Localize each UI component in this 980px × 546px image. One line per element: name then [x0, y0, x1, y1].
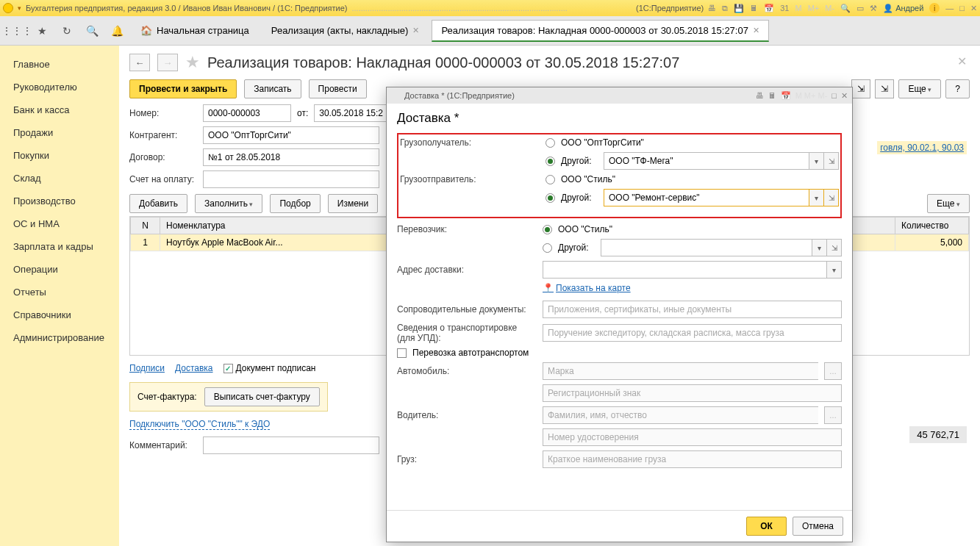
favorite-icon[interactable]: ★ — [185, 53, 200, 72]
sidebar-item-manager[interactable]: Руководителю — [0, 76, 119, 98]
auto-label: Автомобиль: — [397, 366, 537, 376]
info-icon[interactable]: i — [929, 3, 940, 13]
sidebar-item-assets[interactable]: ОС и НМА — [0, 212, 119, 235]
bell-icon[interactable]: 🔔 — [110, 24, 124, 37]
accounting-link[interactable]: говля, 90.02.1, 90.03 — [877, 141, 967, 154]
contract-input[interactable] — [203, 148, 379, 166]
open-icon[interactable]: ⇲ — [824, 189, 839, 206]
docs-input[interactable] — [543, 301, 842, 318]
close-icon[interactable]: ✕ — [841, 91, 848, 101]
sidebar-item-sales[interactable]: Продажи — [0, 121, 119, 144]
sidebar-item-production[interactable]: Производство — [0, 190, 119, 212]
calc-icon[interactable]: 🖩 — [750, 4, 758, 12]
fill-button[interactable]: Заполнить — [195, 194, 262, 213]
date-icon[interactable]: 31 — [780, 4, 789, 12]
sidebar-item-purchases[interactable]: Покупки — [0, 144, 119, 167]
calendar-icon[interactable]: 📅 — [764, 4, 774, 13]
address-input[interactable] — [543, 261, 827, 279]
consignor-other-radio[interactable] — [546, 193, 555, 203]
tab-realization-doc[interactable]: Реализация товаров: Накладная 0000-00000… — [432, 20, 769, 42]
user-label[interactable]: 👤 Андрей — [883, 4, 923, 13]
consignee-other-radio[interactable] — [546, 157, 555, 166]
consignee-other-input[interactable] — [604, 152, 809, 170]
ok-button[interactable]: ОК — [746, 517, 787, 536]
minimize-icon[interactable]: — — [945, 4, 954, 12]
sidebar-item-references[interactable]: Справочники — [0, 303, 119, 326]
calc-icon[interactable]: 🖩 — [768, 91, 776, 100]
copy-icon[interactable]: ⧉ — [722, 4, 728, 13]
mplus-icon[interactable]: M+ — [808, 4, 820, 12]
save-button[interactable]: Записать — [244, 79, 301, 98]
consignor-other-input[interactable] — [604, 189, 809, 206]
star-icon[interactable]: ★ — [35, 24, 49, 37]
tool-icon[interactable]: ⚒ — [870, 4, 877, 13]
mminus-icon[interactable]: M- — [825, 4, 834, 12]
add-button[interactable]: Добавить — [129, 194, 187, 213]
cancel-button[interactable]: Отмена — [793, 517, 843, 536]
edo-link[interactable]: Подключить "ООО "Стиль"" к ЭДО — [129, 419, 270, 430]
nav-back-button[interactable]: ← — [129, 54, 150, 71]
tab-realization-list[interactable]: Реализация (акты, накладные) ✕ — [262, 20, 429, 41]
consignee-default-radio[interactable] — [546, 138, 555, 148]
close-icon[interactable]: ✕ — [412, 26, 419, 35]
apps-icon[interactable]: ⋮⋮⋮ — [10, 24, 24, 37]
dropdown-icon[interactable]: ▾ — [812, 239, 827, 256]
m-icon[interactable]: M — [795, 4, 801, 12]
dropdown-icon[interactable]: ▾ — [809, 152, 824, 170]
sidebar-item-bank[interactable]: Банк и касса — [0, 98, 119, 121]
carrier-default-radio[interactable] — [543, 225, 552, 234]
help-button[interactable]: ? — [945, 79, 970, 98]
transport-input[interactable] — [543, 324, 842, 342]
grid-more-button[interactable]: Еще — [927, 194, 970, 213]
app-menu-icon[interactable]: ▾ — [18, 4, 21, 12]
consignor-default-radio[interactable] — [546, 175, 555, 184]
edit-button[interactable]: Измени — [328, 194, 378, 213]
tab-home[interactable]: 🏠 Начальная страница — [131, 20, 259, 41]
dropdown-icon[interactable]: ▾ — [809, 189, 824, 206]
search-icon[interactable]: 🔍 — [85, 24, 99, 37]
save-icon[interactable]: 💾 — [734, 4, 744, 13]
sidebar-item-main[interactable]: Главное — [0, 53, 119, 76]
close-page-icon[interactable]: ✕ — [957, 54, 967, 68]
maximize-icon[interactable]: □ — [959, 4, 965, 12]
zoom-icon[interactable]: 🔍 — [840, 4, 851, 13]
sidebar-item-operations[interactable]: Операции — [0, 258, 119, 281]
window-icon[interactable]: ▭ — [856, 4, 864, 13]
sidebar-item-warehouse[interactable]: Склад — [0, 167, 119, 190]
post-close-button[interactable]: Провести и закрыть — [129, 79, 237, 98]
print-icon[interactable]: 🖶 — [708, 4, 716, 12]
split-icon[interactable]: ⇲ — [851, 79, 870, 98]
signatures-link[interactable]: Подписи — [129, 363, 165, 373]
calendar-icon[interactable]: 📅 — [781, 91, 791, 101]
sidebar-item-salary[interactable]: Зарплата и кадры — [0, 235, 119, 258]
sidebar-item-reports[interactable]: Отчеты — [0, 281, 119, 303]
pick-button[interactable]: Подбор — [270, 194, 320, 213]
signed-checkbox[interactable]: ✓ Документ подписан — [223, 363, 316, 373]
history-icon[interactable]: ↻ — [60, 24, 74, 37]
sidebar-item-admin[interactable]: Администрирование — [0, 326, 119, 349]
issue-invoice-button[interactable]: Выписать счет-фактуру — [204, 387, 320, 406]
close-window-icon[interactable]: ✕ — [970, 4, 977, 13]
open-icon[interactable]: ⇲ — [824, 152, 839, 170]
print-icon[interactable]: 🖶 — [756, 91, 764, 100]
m-icon[interactable]: M M+ M- — [795, 91, 828, 100]
autotrans-checkbox[interactable] — [397, 348, 407, 358]
carrier-other-input[interactable] — [601, 239, 812, 256]
number-input[interactable] — [203, 104, 291, 122]
highlighted-section: Грузополучатель: ООО "ОптТоргСити" Друго… — [397, 133, 842, 218]
nav-forward-button[interactable]: → — [157, 54, 178, 71]
carrier-other-radio[interactable] — [543, 243, 552, 253]
invoice-acc-input[interactable] — [203, 170, 379, 188]
close-icon[interactable]: ✕ — [753, 26, 759, 35]
open-icon[interactable]: ⇲ — [827, 239, 842, 256]
dropdown-icon[interactable]: ▾ — [827, 261, 842, 279]
delivery-link[interactable]: Доставка — [175, 363, 213, 373]
more-button[interactable]: Еще — [898, 79, 941, 98]
restore-icon[interactable]: □ — [831, 91, 837, 100]
split2-icon[interactable]: ⇲ — [875, 79, 894, 98]
show-on-map-link[interactable]: 📍 Показать на карте — [543, 283, 842, 293]
address-label: Адрес доставки: — [397, 265, 537, 275]
post-button[interactable]: Провести — [309, 79, 367, 98]
comment-input[interactable] — [203, 437, 379, 454]
counterparty-input[interactable] — [203, 126, 379, 144]
